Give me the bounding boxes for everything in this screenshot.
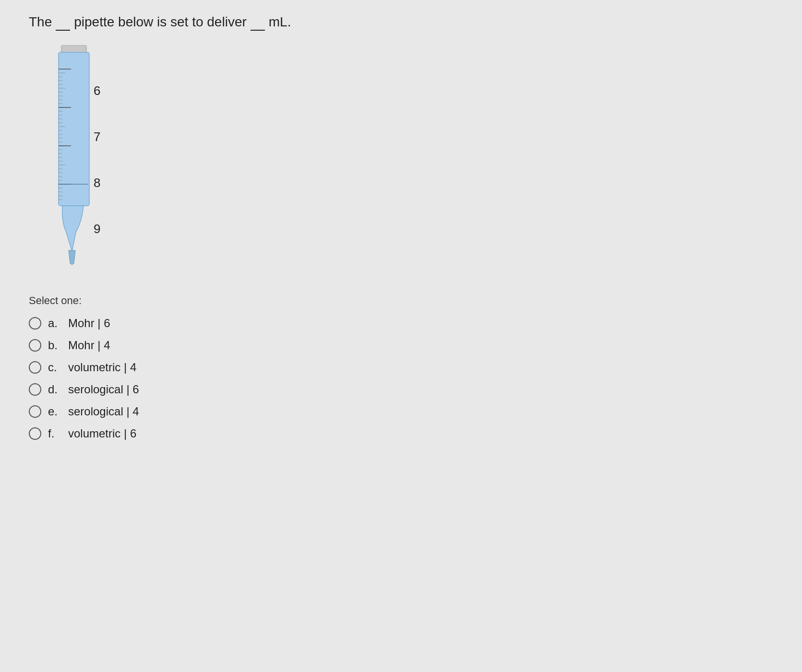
scale-9: 9 (94, 223, 100, 235)
option-item[interactable]: b.Mohr | 4 (29, 339, 139, 352)
radio-option-f[interactable] (29, 427, 41, 440)
option-item[interactable]: f.volumetric | 6 (29, 427, 139, 440)
radio-option-c[interactable] (29, 361, 41, 374)
option-letter: b. (48, 339, 61, 352)
option-letter: a. (48, 317, 61, 330)
option-text: volumetric | 6 (68, 427, 136, 440)
option-text: Mohr | 6 (68, 317, 110, 330)
scale-7: 7 (94, 130, 100, 143)
option-letter: e. (48, 405, 61, 418)
option-text: Mohr | 4 (68, 339, 110, 352)
option-item[interactable]: d.serological | 6 (29, 383, 139, 396)
option-text: serological | 4 (68, 405, 139, 418)
pipette-image (48, 45, 101, 266)
blank-1 (56, 14, 70, 31)
option-item[interactable]: a.Mohr | 6 (29, 317, 139, 330)
question-header: The pipette below is set to deliver mL. (29, 14, 291, 31)
radio-option-a[interactable] (29, 317, 41, 330)
select-one-label: Select one: (29, 295, 82, 307)
radio-option-d[interactable] (29, 383, 41, 396)
scale-8: 8 (94, 177, 100, 189)
blank-2 (251, 14, 265, 31)
question-text-before: The (29, 14, 52, 30)
option-item[interactable]: c.volumetric | 4 (29, 361, 139, 374)
radio-option-b[interactable] (29, 339, 41, 352)
options-list: a.Mohr | 6b.Mohr | 4c.volumetric | 4d.se… (29, 317, 139, 440)
question-text-middle: pipette below is set to deliver (74, 14, 247, 30)
radio-option-e[interactable] (29, 405, 41, 418)
option-letter: f. (48, 427, 61, 440)
main-content: The pipette below is set to deliver mL. (29, 14, 773, 440)
pipette-container: 6 7 8 9 (48, 45, 101, 266)
svg-rect-1 (59, 52, 89, 206)
option-item[interactable]: e.serological | 4 (29, 405, 139, 418)
option-letter: d. (48, 383, 61, 396)
scale-6: 6 (94, 84, 100, 97)
question-text-after: mL. (269, 14, 291, 30)
option-text: volumetric | 4 (68, 361, 136, 374)
scale-labels: 6 7 8 9 (94, 69, 100, 235)
option-text: serological | 6 (68, 383, 139, 396)
option-letter: c. (48, 361, 61, 374)
